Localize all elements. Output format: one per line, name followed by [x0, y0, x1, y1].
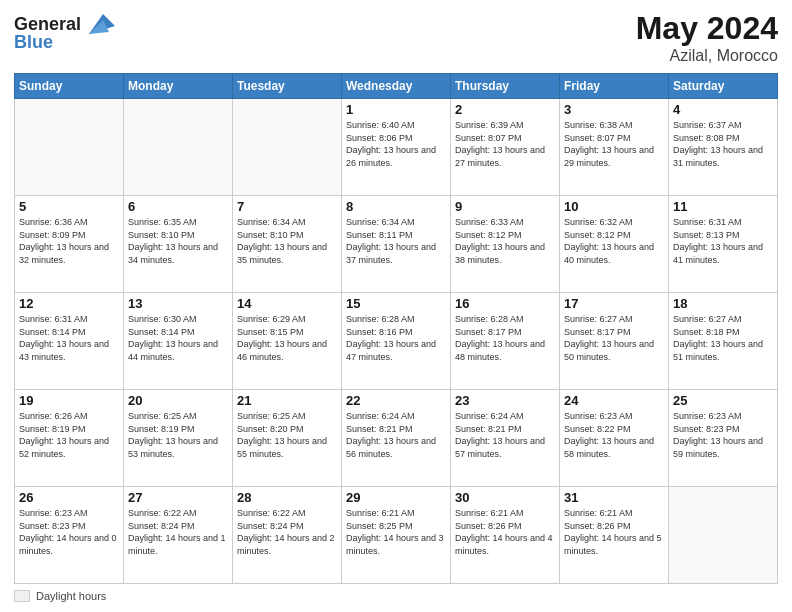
day-info: Sunrise: 6:34 AM Sunset: 8:11 PM Dayligh… [346, 216, 446, 266]
cell-w4-d3: 29Sunrise: 6:21 AM Sunset: 8:25 PM Dayli… [342, 487, 451, 584]
week-row-2: 12Sunrise: 6:31 AM Sunset: 8:14 PM Dayli… [15, 293, 778, 390]
cell-w4-d6 [669, 487, 778, 584]
day-number: 31 [564, 490, 664, 505]
day-number: 13 [128, 296, 228, 311]
title-block: May 2024 Azilal, Morocco [636, 10, 778, 65]
day-info: Sunrise: 6:24 AM Sunset: 8:21 PM Dayligh… [455, 410, 555, 460]
cell-w0-d3: 1Sunrise: 6:40 AM Sunset: 8:06 PM Daylig… [342, 99, 451, 196]
day-info: Sunrise: 6:21 AM Sunset: 8:25 PM Dayligh… [346, 507, 446, 557]
day-number: 27 [128, 490, 228, 505]
day-number: 6 [128, 199, 228, 214]
day-number: 23 [455, 393, 555, 408]
day-number: 3 [564, 102, 664, 117]
cell-w4-d0: 26Sunrise: 6:23 AM Sunset: 8:23 PM Dayli… [15, 487, 124, 584]
cell-w3-d4: 23Sunrise: 6:24 AM Sunset: 8:21 PM Dayli… [451, 390, 560, 487]
cell-w1-d3: 8Sunrise: 6:34 AM Sunset: 8:11 PM Daylig… [342, 196, 451, 293]
day-info: Sunrise: 6:28 AM Sunset: 8:17 PM Dayligh… [455, 313, 555, 363]
cell-w4-d5: 31Sunrise: 6:21 AM Sunset: 8:26 PM Dayli… [560, 487, 669, 584]
logo-icon [83, 10, 115, 38]
cell-w1-d5: 10Sunrise: 6:32 AM Sunset: 8:12 PM Dayli… [560, 196, 669, 293]
cell-w3-d0: 19Sunrise: 6:26 AM Sunset: 8:19 PM Dayli… [15, 390, 124, 487]
cell-w1-d1: 6Sunrise: 6:35 AM Sunset: 8:10 PM Daylig… [124, 196, 233, 293]
day-number: 26 [19, 490, 119, 505]
day-info: Sunrise: 6:40 AM Sunset: 8:06 PM Dayligh… [346, 119, 446, 169]
day-info: Sunrise: 6:35 AM Sunset: 8:10 PM Dayligh… [128, 216, 228, 266]
day-info: Sunrise: 6:23 AM Sunset: 8:22 PM Dayligh… [564, 410, 664, 460]
day-info: Sunrise: 6:27 AM Sunset: 8:18 PM Dayligh… [673, 313, 773, 363]
day-number: 29 [346, 490, 446, 505]
cell-w1-d0: 5Sunrise: 6:36 AM Sunset: 8:09 PM Daylig… [15, 196, 124, 293]
day-info: Sunrise: 6:38 AM Sunset: 8:07 PM Dayligh… [564, 119, 664, 169]
day-number: 4 [673, 102, 773, 117]
day-info: Sunrise: 6:25 AM Sunset: 8:20 PM Dayligh… [237, 410, 337, 460]
cell-w4-d2: 28Sunrise: 6:22 AM Sunset: 8:24 PM Dayli… [233, 487, 342, 584]
cell-w3-d6: 25Sunrise: 6:23 AM Sunset: 8:23 PM Dayli… [669, 390, 778, 487]
week-row-4: 26Sunrise: 6:23 AM Sunset: 8:23 PM Dayli… [15, 487, 778, 584]
day-info: Sunrise: 6:31 AM Sunset: 8:13 PM Dayligh… [673, 216, 773, 266]
legend-box [14, 590, 30, 602]
day-number: 24 [564, 393, 664, 408]
day-info: Sunrise: 6:28 AM Sunset: 8:16 PM Dayligh… [346, 313, 446, 363]
legend-label: Daylight hours [36, 590, 106, 602]
day-info: Sunrise: 6:22 AM Sunset: 8:24 PM Dayligh… [237, 507, 337, 557]
day-number: 15 [346, 296, 446, 311]
cell-w0-d4: 2Sunrise: 6:39 AM Sunset: 8:07 PM Daylig… [451, 99, 560, 196]
cell-w3-d1: 20Sunrise: 6:25 AM Sunset: 8:19 PM Dayli… [124, 390, 233, 487]
day-info: Sunrise: 6:25 AM Sunset: 8:19 PM Dayligh… [128, 410, 228, 460]
day-number: 21 [237, 393, 337, 408]
day-info: Sunrise: 6:37 AM Sunset: 8:08 PM Dayligh… [673, 119, 773, 169]
col-sunday: Sunday [15, 74, 124, 99]
day-info: Sunrise: 6:22 AM Sunset: 8:24 PM Dayligh… [128, 507, 228, 557]
cell-w3-d2: 21Sunrise: 6:25 AM Sunset: 8:20 PM Dayli… [233, 390, 342, 487]
cell-w3-d5: 24Sunrise: 6:23 AM Sunset: 8:22 PM Dayli… [560, 390, 669, 487]
calendar-title: May 2024 [636, 10, 778, 47]
day-number: 12 [19, 296, 119, 311]
day-info: Sunrise: 6:39 AM Sunset: 8:07 PM Dayligh… [455, 119, 555, 169]
day-info: Sunrise: 6:21 AM Sunset: 8:26 PM Dayligh… [564, 507, 664, 557]
day-info: Sunrise: 6:29 AM Sunset: 8:15 PM Dayligh… [237, 313, 337, 363]
day-number: 9 [455, 199, 555, 214]
cell-w4-d4: 30Sunrise: 6:21 AM Sunset: 8:26 PM Dayli… [451, 487, 560, 584]
day-number: 19 [19, 393, 119, 408]
cell-w2-d4: 16Sunrise: 6:28 AM Sunset: 8:17 PM Dayli… [451, 293, 560, 390]
cell-w1-d6: 11Sunrise: 6:31 AM Sunset: 8:13 PM Dayli… [669, 196, 778, 293]
day-info: Sunrise: 6:23 AM Sunset: 8:23 PM Dayligh… [19, 507, 119, 557]
day-number: 1 [346, 102, 446, 117]
col-thursday: Thursday [451, 74, 560, 99]
col-saturday: Saturday [669, 74, 778, 99]
cell-w2-d3: 15Sunrise: 6:28 AM Sunset: 8:16 PM Dayli… [342, 293, 451, 390]
cell-w0-d6: 4Sunrise: 6:37 AM Sunset: 8:08 PM Daylig… [669, 99, 778, 196]
day-number: 10 [564, 199, 664, 214]
cell-w4-d1: 27Sunrise: 6:22 AM Sunset: 8:24 PM Dayli… [124, 487, 233, 584]
day-number: 11 [673, 199, 773, 214]
day-number: 30 [455, 490, 555, 505]
day-number: 22 [346, 393, 446, 408]
page: General Blue May 2024 Azilal, Morocco Su… [0, 0, 792, 612]
day-number: 18 [673, 296, 773, 311]
day-info: Sunrise: 6:27 AM Sunset: 8:17 PM Dayligh… [564, 313, 664, 363]
day-info: Sunrise: 6:31 AM Sunset: 8:14 PM Dayligh… [19, 313, 119, 363]
col-monday: Monday [124, 74, 233, 99]
col-wednesday: Wednesday [342, 74, 451, 99]
day-info: Sunrise: 6:30 AM Sunset: 8:14 PM Dayligh… [128, 313, 228, 363]
day-info: Sunrise: 6:23 AM Sunset: 8:23 PM Dayligh… [673, 410, 773, 460]
calendar-header-row: Sunday Monday Tuesday Wednesday Thursday… [15, 74, 778, 99]
day-number: 7 [237, 199, 337, 214]
week-row-3: 19Sunrise: 6:26 AM Sunset: 8:19 PM Dayli… [15, 390, 778, 487]
day-info: Sunrise: 6:24 AM Sunset: 8:21 PM Dayligh… [346, 410, 446, 460]
day-number: 14 [237, 296, 337, 311]
header: General Blue May 2024 Azilal, Morocco [14, 10, 778, 65]
day-info: Sunrise: 6:33 AM Sunset: 8:12 PM Dayligh… [455, 216, 555, 266]
day-info: Sunrise: 6:26 AM Sunset: 8:19 PM Dayligh… [19, 410, 119, 460]
cell-w0-d5: 3Sunrise: 6:38 AM Sunset: 8:07 PM Daylig… [560, 99, 669, 196]
week-row-0: 1Sunrise: 6:40 AM Sunset: 8:06 PM Daylig… [15, 99, 778, 196]
day-number: 17 [564, 296, 664, 311]
day-number: 20 [128, 393, 228, 408]
day-number: 2 [455, 102, 555, 117]
cell-w0-d2 [233, 99, 342, 196]
cell-w2-d6: 18Sunrise: 6:27 AM Sunset: 8:18 PM Dayli… [669, 293, 778, 390]
day-number: 5 [19, 199, 119, 214]
day-info: Sunrise: 6:34 AM Sunset: 8:10 PM Dayligh… [237, 216, 337, 266]
legend: Daylight hours [14, 590, 778, 602]
cell-w2-d0: 12Sunrise: 6:31 AM Sunset: 8:14 PM Dayli… [15, 293, 124, 390]
